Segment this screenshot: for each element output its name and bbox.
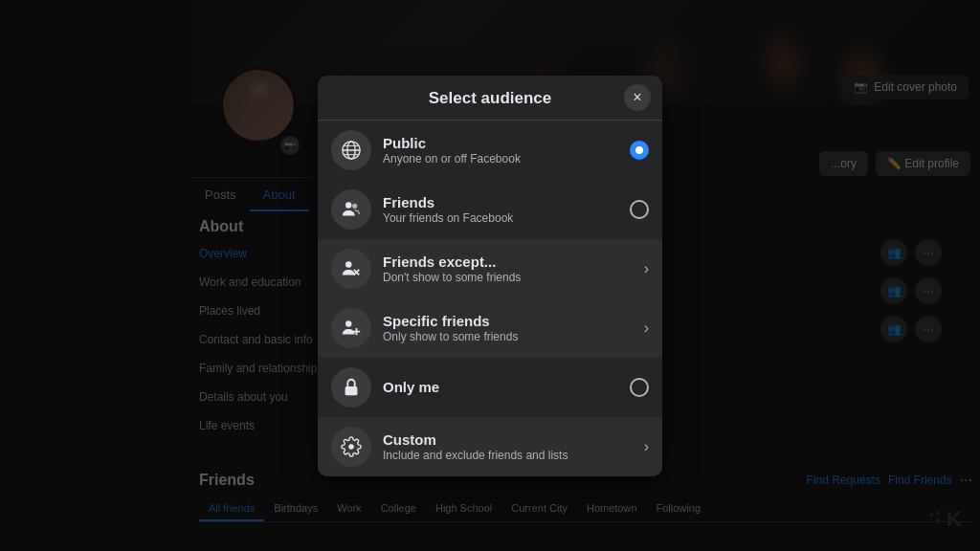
custom-name: Custom [383,431,644,448]
chevron-right-icon-2: › [644,320,649,337]
public-radio-circle [630,141,649,160]
friends-radio [630,200,649,219]
friends-desc: Your friends on Facebook [383,211,630,225]
svg-point-6 [352,203,357,208]
custom-desc: Include and exclude friends and lists [383,449,644,462]
only-me-icon [331,367,371,408]
option-only-me[interactable]: Only me [318,358,662,417]
friends-except-name: Friends except... [383,253,644,270]
friends-except-desc: Don't show to some friends [383,271,644,284]
specific-friends-desc: Only show to some friends [383,330,644,343]
only-me-radio-circle [630,378,649,397]
svg-rect-13 [345,386,358,395]
select-audience-modal: Select audience × Public Anyone on or of… [318,76,662,476]
option-friends[interactable]: Friends Your friends on Facebook [318,180,662,239]
modal-header: Select audience × [318,76,662,121]
friends-text: Friends Your friends on Facebook [383,194,630,225]
specific-friends-text: Specific friends Only show to some frien… [383,313,644,343]
public-text: Public Anyone on or off Facebook [383,135,630,165]
close-icon: × [633,89,641,106]
custom-icon [331,427,371,467]
friends-name: Friends [383,194,630,210]
public-desc: Anyone on or off Facebook [383,152,630,165]
custom-text: Custom Include and exclude friends and l… [383,431,644,462]
friends-except-text: Friends except... Don't show to some fri… [383,253,644,284]
friends-radio-circle [630,200,649,219]
only-me-name: Only me [383,379,630,395]
only-me-radio [630,378,649,397]
friends-except-arrow: › [644,260,649,277]
svg-point-10 [345,320,351,326]
specific-friends-arrow: › [644,320,649,337]
option-custom[interactable]: Custom Include and exclude friends and l… [318,417,662,476]
public-name: Public [383,135,630,151]
modal-title: Select audience [429,89,552,108]
svg-point-5 [345,202,351,208]
modal-close-button[interactable]: × [624,84,651,111]
option-public[interactable]: Public Anyone on or off Facebook [318,121,662,180]
chevron-right-icon: › [644,260,649,277]
modal-overlay[interactable]: Select audience × Public Anyone on or of… [0,0,980,551]
only-me-text: Only me [383,379,630,395]
specific-friends-icon [331,308,371,348]
public-icon [331,130,371,170]
friends-icon [331,189,371,230]
public-radio [630,141,649,160]
option-specific-friends[interactable]: Specific friends Only show to some frien… [318,298,662,358]
svg-point-7 [345,261,351,267]
svg-point-14 [348,444,354,450]
chevron-right-icon-3: › [644,438,649,455]
option-friends-except[interactable]: Friends except... Don't show to some fri… [318,239,662,298]
specific-friends-name: Specific friends [383,313,644,329]
friends-except-icon [331,249,371,289]
custom-arrow: › [644,438,649,455]
